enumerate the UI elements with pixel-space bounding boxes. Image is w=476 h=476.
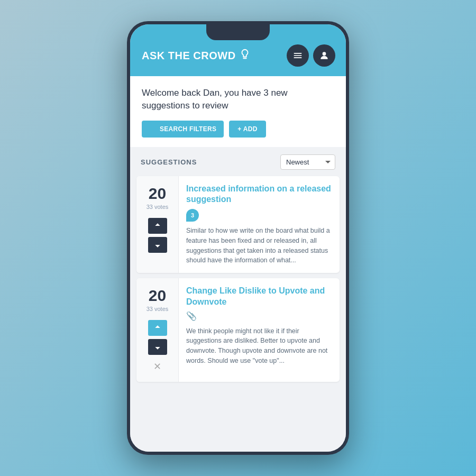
welcome-section: Welcome back Dan, you have 3 new suggest…: [130, 76, 346, 147]
suggestions-label: SUGGESTIONS: [141, 158, 197, 166]
svg-rect-1: [294, 55, 302, 56]
downvote-button-2[interactable]: [148, 339, 167, 355]
svg-rect-0: [294, 53, 302, 54]
upvote-button-1[interactable]: [148, 218, 167, 234]
action-buttons: SEARCH FILTERS + ADD: [142, 121, 334, 138]
sort-select[interactable]: Newest Oldest Most Votes Least Votes: [280, 154, 335, 170]
header-buttons: [287, 44, 335, 67]
suggestion-card-2: 20 33 votes ✕ Change Like Dislike to Upv…: [136, 278, 340, 382]
menu-button[interactable]: [287, 44, 309, 67]
phone-container: ASK THE CROWD Welcome back Dan, you have…: [127, 21, 349, 455]
card-title-2: Change Like Dislike to Upvote and Downvo…: [186, 286, 332, 322]
card-content-1: Increased information on a released sugg…: [179, 176, 340, 273]
phone-screen: ASK THE CROWD Welcome back Dan, you have…: [130, 24, 346, 452]
suggestion-card-1: 20 33 votes Increased information on a r…: [136, 176, 340, 273]
card-content-2: Change Like Dislike to Upvote and Downvo…: [179, 278, 340, 382]
logo-area: ASK THE CROWD: [142, 48, 251, 63]
vote-panel-2: 20 33 votes ✕: [136, 278, 179, 382]
svg-point-3: [323, 52, 326, 56]
attachment-icon-2: 📎: [186, 311, 197, 322]
add-button[interactable]: + ADD: [229, 121, 266, 138]
suggestions-header: SUGGESTIONS Newest Oldest Most Votes Lea…: [136, 147, 340, 176]
downvote-button-1[interactable]: [148, 237, 167, 253]
search-filters-button[interactable]: SEARCH FILTERS: [142, 121, 224, 138]
suggestions-section: SUGGESTIONS Newest Oldest Most Votes Lea…: [130, 147, 346, 452]
vote-panel-1: 20 33 votes: [136, 176, 179, 273]
card-body-2: We think people might not like it if the…: [186, 326, 332, 366]
lightbulb-icon: [239, 48, 251, 63]
app-title: ASK THE CROWD: [142, 50, 236, 62]
vote-count-1: 20: [149, 186, 166, 202]
card-body-1: Similar to how we write on the board wha…: [186, 226, 332, 266]
upvote-button-2[interactable]: [148, 320, 167, 336]
comment-badge-1: 3: [186, 209, 199, 222]
phone-notch: [206, 24, 270, 40]
user-button[interactable]: [313, 44, 335, 67]
vote-count-2: 20: [149, 288, 166, 304]
welcome-message: Welcome back Dan, you have 3 new suggest…: [142, 87, 334, 112]
svg-rect-2: [294, 57, 302, 58]
card-title-1: Increased information on a released sugg…: [186, 184, 332, 222]
vote-label-2: 33 votes: [147, 306, 169, 312]
vote-label-1: 33 votes: [147, 204, 169, 210]
delete-button-2[interactable]: ✕: [153, 361, 161, 372]
